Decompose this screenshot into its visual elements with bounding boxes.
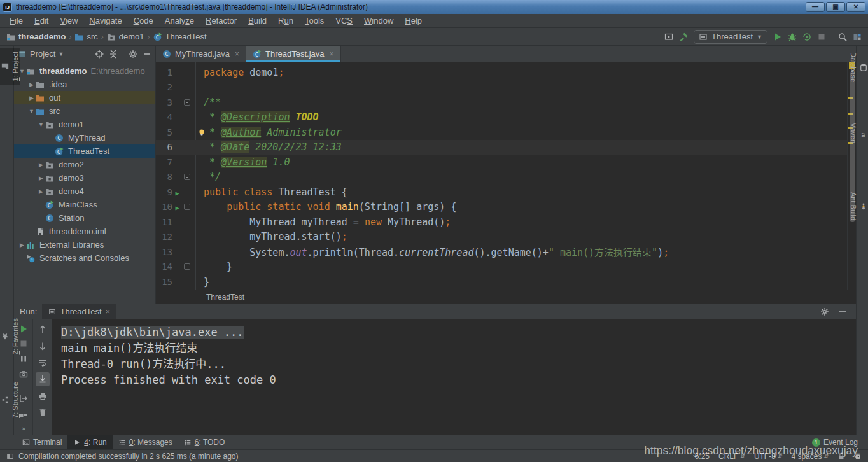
run-configuration-select[interactable]: ThreadTest▼ <box>694 30 767 44</box>
code-line-4[interactable]: 4 * @Description TODO <box>156 110 856 125</box>
tool-window-tab-6-TODO[interactable]: 6: TODO <box>178 435 231 449</box>
tree-collapse-icon[interactable]: ▶ <box>37 188 45 195</box>
prev-occurrence-button[interactable] <box>36 323 50 337</box>
search-everywhere-button[interactable] <box>838 32 847 41</box>
intention-bulb-icon[interactable] <box>198 129 206 136</box>
tree-collapse-icon[interactable]: ▶ <box>37 162 45 168</box>
menu-view[interactable]: View <box>54 16 83 25</box>
menu-run[interactable]: Run <box>272 16 299 25</box>
menu-vcs[interactable]: VCS <box>330 16 358 25</box>
fold-marker[interactable] <box>184 204 190 210</box>
code-line-14[interactable]: 14 } <box>156 260 856 275</box>
status-6-25[interactable]: 6:25 <box>695 452 710 461</box>
run-tab[interactable]: ThreadTest × <box>42 304 116 319</box>
tree-item-.idea[interactable]: ▶.idea <box>14 78 155 91</box>
code-line-5[interactable]: 5 * @Author Administrator <box>156 125 856 140</box>
menu-navigate[interactable]: Navigate <box>83 16 127 25</box>
fold-marker[interactable] <box>184 99 190 106</box>
close-icon[interactable]: × <box>330 50 334 59</box>
status-4-spaces[interactable]: 4 spaces⇵ <box>791 452 829 461</box>
gear-icon[interactable] <box>129 50 137 59</box>
code-line-1[interactable]: 1package demo1; <box>156 65 856 80</box>
tree-item-out[interactable]: ▶out <box>14 91 155 104</box>
tool-stripe-database[interactable]: Database <box>850 52 867 82</box>
tool-window-tab-0-Messages[interactable]: 0: Messages <box>113 435 178 449</box>
status-UTF-8[interactable]: UTF-8⇵ <box>754 452 783 461</box>
menu-edit[interactable]: Edit <box>29 16 54 25</box>
tree-item-demo3[interactable]: ▶demo3 <box>14 171 155 185</box>
tree-collapse-icon[interactable]: ▶ <box>18 242 26 248</box>
minus-icon[interactable] <box>838 307 847 316</box>
breadcrumb-ThreadTest[interactable]: CThreadTest <box>153 32 207 41</box>
breadcrumb-src[interactable]: src <box>74 32 97 41</box>
clear-all-button[interactable] <box>36 405 50 419</box>
tree-item-src[interactable]: ▼src <box>14 104 155 118</box>
run-console-output[interactable]: D:\jdk8\jdk\bin\java.exe ...main main()方… <box>52 319 856 435</box>
coverage-button[interactable] <box>802 32 811 41</box>
next-occurrence-button[interactable] <box>36 339 50 353</box>
event-log-button[interactable]: 1 Event Log <box>812 435 858 449</box>
code-line-6[interactable]: 6 * @Date 2020/2/23 12:33 <box>156 140 856 155</box>
code-line-12[interactable]: 12 myThread.start(); <box>156 230 856 245</box>
debug-button[interactable] <box>788 32 797 41</box>
code-line-8[interactable]: 8 */ <box>156 170 856 185</box>
menu-build[interactable]: Build <box>242 16 272 25</box>
thread-dump-button[interactable] <box>17 368 31 381</box>
minus-icon[interactable] <box>143 50 151 59</box>
tool-window-tab-4-Run[interactable]: 4: Run <box>67 435 112 449</box>
run-button[interactable] <box>773 32 782 41</box>
gear-icon[interactable] <box>820 307 829 316</box>
tree-item-demo4[interactable]: ▶demo4 <box>14 185 155 198</box>
code-line-15[interactable]: 15} <box>156 274 856 290</box>
restore-button[interactable]: ▣ <box>826 2 845 12</box>
code-line-9[interactable]: 9▶public class ThreadTest { <box>156 185 856 200</box>
toolwindow-button[interactable] <box>664 32 673 41</box>
run-gutter-icon[interactable]: ▶ <box>175 204 179 211</box>
tool-stripe-favorites[interactable]: 2: Favorites <box>1 318 19 354</box>
close-button[interactable]: ✕ <box>846 2 865 12</box>
tree-expand-icon[interactable]: ▼ <box>37 122 45 128</box>
fold-marker[interactable] <box>184 174 190 180</box>
code-line-3[interactable]: 3/** <box>156 95 856 110</box>
editor-tab-ThreadTest.java[interactable]: CThreadTest.java× <box>246 46 341 62</box>
tree-item-Scratches and Consoles[interactable]: Scratches and Consoles <box>14 251 155 265</box>
breadcrumb-threaddemo[interactable]: threaddemo <box>6 32 66 41</box>
menu-help[interactable]: Help <box>399 16 428 25</box>
menu-window[interactable]: Window <box>358 16 399 25</box>
close-icon[interactable]: × <box>235 50 239 59</box>
code-line-7[interactable]: 7 * @Version 1.0 <box>156 155 856 170</box>
editor-tab-MyThread.java[interactable]: CMyThread.java× <box>156 46 246 62</box>
scroll-to-end-button[interactable] <box>36 372 50 386</box>
code-line-11[interactable]: 11 MyThread myThread = new MyThread(); <box>156 214 856 230</box>
status-CRLF[interactable]: CRLF⇵ <box>718 452 745 461</box>
code-line-13[interactable]: 13 System.out.println(Thread.currentThre… <box>156 244 856 260</box>
project-structure-button[interactable] <box>853 32 862 41</box>
collapse-icon[interactable] <box>109 50 118 59</box>
close-icon[interactable]: × <box>106 307 111 316</box>
stop-button[interactable] <box>817 32 826 41</box>
tree-collapse-icon[interactable]: ▶ <box>37 175 45 181</box>
error-stripe[interactable] <box>847 62 856 290</box>
tree-item-ThreadTest[interactable]: CThreadTest <box>14 144 155 158</box>
tree-item-MyThread[interactable]: CMyThread <box>14 131 155 144</box>
tree-item-Station[interactable]: CStation <box>14 211 155 225</box>
menu-refactor[interactable]: Refactor <box>200 16 242 25</box>
menu-tools[interactable]: Tools <box>299 16 330 25</box>
more-button[interactable]: » <box>17 422 31 435</box>
tree-item-threaddemo.iml[interactable]: threaddemo.iml <box>14 225 155 238</box>
tree-item-External Libraries[interactable]: ▶External Libraries <box>14 238 155 251</box>
tree-collapse-icon[interactable]: ▶ <box>27 81 36 88</box>
tool-window-tab-Terminal[interactable]: Terminal <box>17 435 67 449</box>
tool-stripe-project[interactable]: 1: Project <box>0 48 20 85</box>
tool-stripe-maven[interactable]: mMaven <box>850 122 867 143</box>
build-button[interactable] <box>679 32 688 41</box>
minimize-button[interactable]: — <box>806 2 825 12</box>
lock-button[interactable] <box>837 452 845 460</box>
tree-collapse-icon[interactable]: ▶ <box>27 95 36 101</box>
hector-button[interactable] <box>854 452 862 460</box>
editor-breadcrumb[interactable]: ThreadTest <box>156 290 856 304</box>
tree-item-threaddemo[interactable]: ▼threaddemoE:\threaddemo <box>14 64 155 78</box>
tree-item-demo2[interactable]: ▶demo2 <box>14 158 155 171</box>
fold-marker[interactable] <box>184 263 190 270</box>
tree-expand-icon[interactable]: ▼ <box>27 108 36 115</box>
